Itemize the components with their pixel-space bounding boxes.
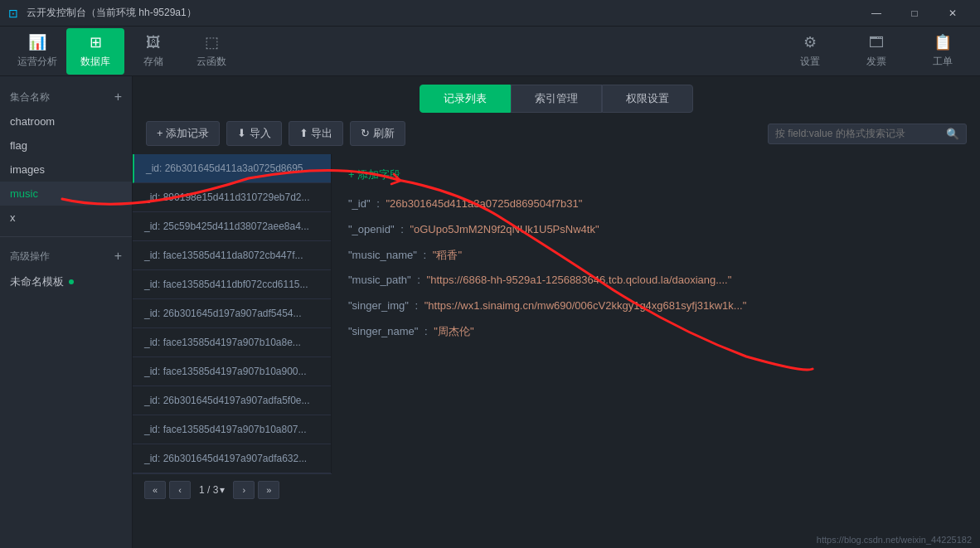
add-record-button[interactable]: + 添加记录 [146,121,220,146]
record-item-9[interactable]: _id: face13585d4197a907b10a807... [133,415,331,444]
field-colon-2: : [424,249,427,261]
collection-section-header: 集合名称 + [0,85,132,109]
add-collection-button[interactable]: + [114,90,122,104]
nav-item-settings[interactable]: ⚙ 设置 [781,28,839,75]
import-button[interactable]: ⬇ 导入 [226,121,282,146]
nav-item-storage[interactable]: 🖼 存储 [124,28,182,75]
last-page-button[interactable]: » [258,481,279,499]
records-list: _id: 26b301645d411a3a0725d8695... _id: 8… [133,154,332,473]
sidebar-item-images[interactable]: images [0,158,132,182]
window-title: 云开发控制台（当前环境 hh-9529a1） [27,6,196,20]
field-colon-3: : [417,274,420,286]
field-row-singer-img: "singer_img" : "https://wx1.sinaimg.cn/m… [348,298,963,315]
title-bar: ⊡ 云开发控制台（当前环境 hh-9529a1） — □ ✕ [0,0,980,27]
analytics-icon: 📊 [28,33,46,51]
sidebar: 集合名称 + chatroom flag images music x 高级操作… [0,76,133,548]
nav-item-functions[interactable]: ⬚ 云函数 [182,28,240,75]
sidebar-item-flag[interactable]: flag [0,133,132,158]
record-item-6[interactable]: _id: face13585d4197a907b10a8e... [133,328,331,357]
field-value-singer-name: "周杰伦" [434,325,473,337]
field-row-music-name: "music_name" : "稻香" [348,247,963,264]
nav-label-settings: 设置 [800,55,820,69]
field-row-openid: "_openid" : "oGUpo5JmM2N9f2qNUk1U5PsNw4t… [348,221,963,239]
field-key-id: "_id" [348,197,371,210]
field-row-id: "_id" : "26b301645d411a3a0725d869504f7b3… [348,196,963,213]
tab-permissions[interactable]: 权限设置 [602,85,693,113]
nav-item-analytics[interactable]: 📊 运营分析 [8,28,66,75]
app-icon: ⊡ [8,7,22,20]
maximize-button[interactable]: □ [895,0,934,27]
minimize-button[interactable]: — [857,0,895,27]
content-area: 记录列表 索引管理 权限设置 + 添加记录 ⬇ 导入 ⬆ 导出 ↻ 刷新 🔍 _… [133,76,980,548]
nav-label-functions: 云函数 [196,55,226,69]
nav-label-analytics: 运营分析 [17,55,57,69]
record-item-0[interactable]: _id: 26b301645d411a3a0725d8695... [133,154,331,183]
refresh-button[interactable]: ↻ 刷新 [350,121,405,146]
toolbar: + 添加记录 ⬇ 导入 ⬆ 导出 ↻ 刷新 🔍 [133,113,980,154]
field-row-singer-name: "singer_name" : "周杰伦" [348,323,963,341]
record-detail: + 添加字段 "_id" : "26b301645d411a3a0725d869… [332,154,980,548]
field-key-singer-name: "singer_name" [348,325,418,337]
storage-icon: 🖼 [146,34,161,51]
field-colon-4: : [415,299,418,312]
close-button[interactable]: ✕ [934,0,972,27]
field-key-music-name: "music_name" [348,249,417,261]
sidebar-item-x[interactable]: x [0,206,132,230]
split-view: _id: 26b301645d411a3a0725d8695... _id: 8… [133,154,980,548]
add-field-button[interactable]: + 添加字段 [348,167,963,182]
nav-label-workorder: 工单 [933,55,953,69]
sidebar-divider [0,236,132,237]
advanced-section-header: 高级操作 + [0,244,132,269]
search-icon: 🔍 [946,128,959,140]
tabs-bar: 记录列表 索引管理 权限设置 [133,76,980,113]
records-panel: _id: 26b301645d411a3a0725d8695... _id: 8… [133,154,332,548]
field-colon-5: : [425,325,428,337]
functions-icon: ⬚ [205,33,219,51]
field-value-openid: "oGUpo5JmM2N9f2qNUk1U5PsNw4tk" [410,223,599,235]
sidebar-item-template[interactable]: 未命名模板 [0,269,132,295]
first-page-button[interactable]: « [144,481,166,499]
workorder-icon: 📋 [934,33,952,51]
template-dot [69,279,74,284]
nav-label-database: 数据库 [80,55,110,69]
advanced-label: 高级操作 [10,250,50,264]
nav-item-workorder[interactable]: 📋 工单 [914,28,972,75]
top-nav: 📊 运营分析 ⊞ 数据库 🖼 存储 ⬚ 云函数 ⚙ 设置 🗔 发票 📋 工单 [0,27,980,76]
field-value-id: "26b301645d411a3a0725d869504f7b31" [386,197,582,210]
settings-icon: ⚙ [803,33,817,51]
export-button[interactable]: ⬆ 导出 [289,121,344,146]
prev-page-button[interactable]: ‹ [169,481,191,499]
sidebar-item-chatroom[interactable]: chatroom [0,109,132,133]
record-item-10[interactable]: _id: 26b301645d4197a907adfa632... [133,444,331,473]
search-input[interactable] [775,128,946,139]
field-row-music-path: "music_path" : "https://6868-hh-9529a1-1… [348,272,963,289]
record-item-8[interactable]: _id: 26b301645d4197a907adfa5f0e... [133,386,331,415]
nav-right: ⚙ 设置 🗔 发票 📋 工单 [781,28,972,75]
field-colon-1: : [400,223,404,235]
record-item-3[interactable]: _id: face13585d411da8072cb447f... [133,241,331,270]
record-item-4[interactable]: _id: face13585d411dbf072ccd6115... [133,270,331,299]
tab-index[interactable]: 索引管理 [511,85,602,113]
sidebar-item-music[interactable]: music [0,182,132,206]
record-item-5[interactable]: _id: 26b301645d197a907adf5454... [133,299,331,328]
record-item-1[interactable]: _id: 890198e15d411d310729eb7d2... [133,183,331,212]
field-value-music-path: "https://6868-hh-9529a1-1256883646.tcb.q… [427,274,732,286]
add-advanced-button[interactable]: + [114,249,122,264]
field-value-music-name: "稻香" [433,249,462,261]
invoice-icon: 🗔 [869,34,884,51]
field-value-singer-img: "https://wx1.sinaimg.cn/mw690/006cV2kkgy… [425,299,747,312]
pagination: « ‹ 1 / 3 ▾ › » [133,473,332,506]
record-item-7[interactable]: _id: face13585d4197a907b10a900... [133,357,331,386]
page-dropdown-icon[interactable]: ▾ [220,484,225,496]
record-item-2[interactable]: _id: 25c59b425d411d38072aee8a4... [133,212,331,241]
tab-records[interactable]: 记录列表 [420,85,511,113]
field-colon-0: : [376,197,380,210]
next-page-button[interactable]: › [233,481,255,499]
nav-item-invoice[interactable]: 🗔 发票 [847,28,905,75]
nav-label-invoice: 发票 [866,55,886,69]
collection-label: 集合名称 [10,90,50,104]
search-box[interactable]: 🔍 [768,124,967,144]
nav-item-database[interactable]: ⊞ 数据库 [66,28,124,75]
field-key-music-path: "music_path" [348,274,411,286]
nav-label-storage: 存储 [143,55,163,69]
